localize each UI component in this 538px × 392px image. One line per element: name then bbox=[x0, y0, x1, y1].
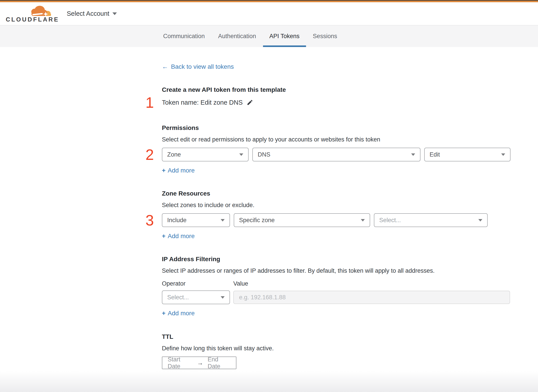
back-link-label: Back to view all tokens bbox=[171, 63, 234, 70]
permissions-description: Select edit or read permissions to apply… bbox=[162, 136, 511, 143]
cloudflare-cloud-icon bbox=[25, 5, 54, 18]
account-selector-label: Select Account bbox=[67, 10, 109, 17]
chevron-down-icon bbox=[221, 219, 225, 221]
ip-filtering-title: IP Address Filtering bbox=[162, 255, 511, 263]
ip-operator-placeholder: Select... bbox=[167, 294, 189, 301]
ip-filtering-add-more-link[interactable]: + Add more bbox=[162, 309, 195, 317]
chevron-down-icon bbox=[239, 154, 243, 156]
zone-type-select[interactable]: Specific zone bbox=[234, 213, 370, 227]
permission-access-value: Edit bbox=[430, 151, 440, 158]
permission-scope-value: Zone bbox=[167, 151, 181, 158]
tab-authentication[interactable]: Authentication bbox=[211, 25, 262, 47]
ip-value-input[interactable] bbox=[233, 291, 510, 304]
tab-sessions[interactable]: Sessions bbox=[306, 25, 344, 47]
chevron-down-icon bbox=[221, 296, 225, 299]
zone-resources-add-more-link[interactable]: + Add more bbox=[162, 232, 195, 240]
plus-icon: + bbox=[162, 309, 165, 317]
ip-filtering-description: Select IP addresses or ranges of IP addr… bbox=[162, 267, 511, 275]
add-more-label: Add more bbox=[168, 167, 195, 174]
zone-resources-row: 3 Include Specific zone Select... bbox=[162, 213, 511, 227]
page: CLOUDFLARE Select Account Communication … bbox=[0, 0, 538, 392]
back-arrow-icon: ← bbox=[162, 63, 168, 70]
permission-service-select[interactable]: DNS bbox=[252, 148, 421, 161]
operator-label: Operator bbox=[162, 280, 233, 287]
zone-resources-title: Zone Resources bbox=[162, 190, 511, 197]
tab-api-tokens[interactable]: API Tokens bbox=[263, 25, 306, 47]
chevron-down-icon bbox=[361, 219, 365, 221]
top-accent-bar bbox=[0, 0, 538, 2]
zone-mode-select[interactable]: Include bbox=[162, 213, 230, 227]
section-permissions: Permissions Select edit or read permissi… bbox=[162, 124, 511, 174]
plus-icon: + bbox=[162, 167, 165, 174]
tab-group: Communication Authentication API Tokens … bbox=[157, 25, 343, 47]
back-to-tokens-link[interactable]: ← Back to view all tokens bbox=[162, 63, 234, 70]
app-header: CLOUDFLARE Select Account bbox=[0, 2, 538, 25]
permission-service-value: DNS bbox=[258, 151, 270, 158]
zone-select-placeholder: Select... bbox=[379, 217, 401, 224]
step-number-1: 1 bbox=[145, 95, 154, 110]
end-date-placeholder: End Date bbox=[208, 356, 231, 370]
start-date-placeholder: Start Date bbox=[168, 356, 192, 370]
permissions-add-more-link[interactable]: + Add more bbox=[162, 167, 195, 174]
ip-filtering-row: Select... bbox=[162, 290, 511, 304]
section-zone-resources: Zone Resources Select zones to include o… bbox=[162, 190, 511, 240]
token-name-row: 1 Token name: Edit zone DNS bbox=[162, 98, 511, 107]
section-ttl: TTL Define how long this token will stay… bbox=[162, 333, 511, 369]
add-more-label: Add more bbox=[168, 232, 195, 240]
ttl-title: TTL bbox=[162, 333, 511, 341]
cloudflare-logo[interactable]: CLOUDFLARE bbox=[6, 4, 53, 23]
chevron-down-icon bbox=[112, 12, 117, 15]
edit-pencil-icon[interactable] bbox=[247, 99, 253, 106]
template-title: Create a new API token from this templat… bbox=[162, 86, 511, 93]
token-form: ← Back to view all tokens Create a new A… bbox=[162, 47, 511, 392]
plus-icon: + bbox=[162, 232, 165, 240]
ip-operator-select[interactable]: Select... bbox=[162, 290, 230, 304]
ip-filtering-labels: Operator Value bbox=[162, 280, 511, 287]
ttl-date-range-picker[interactable]: Start Date → End Date bbox=[162, 356, 236, 369]
section-ip-filtering: IP Address Filtering Select IP addresses… bbox=[162, 255, 511, 317]
account-selector[interactable]: Select Account bbox=[67, 10, 117, 17]
chevron-down-icon bbox=[478, 219, 482, 221]
zone-resources-description: Select zones to include or exclude. bbox=[162, 201, 511, 209]
permissions-title: Permissions bbox=[162, 124, 511, 132]
zone-select[interactable]: Select... bbox=[374, 213, 488, 227]
range-arrow-icon: → bbox=[197, 359, 203, 367]
tab-communication[interactable]: Communication bbox=[157, 25, 211, 47]
ttl-description: Define how long this token will stay act… bbox=[162, 345, 511, 352]
value-label: Value bbox=[233, 280, 248, 287]
chevron-down-icon bbox=[411, 154, 415, 156]
zone-type-value: Specific zone bbox=[239, 217, 275, 224]
step-number-3: 3 bbox=[145, 213, 154, 228]
token-name-text: Token name: Edit zone DNS bbox=[162, 98, 243, 107]
cloudflare-logo-text: CLOUDFLARE bbox=[6, 16, 59, 23]
section-template: Create a new API token from this templat… bbox=[162, 86, 511, 107]
add-more-label: Add more bbox=[168, 309, 195, 317]
tab-bar: Communication Authentication API Tokens … bbox=[0, 25, 538, 47]
permission-access-select[interactable]: Edit bbox=[424, 148, 510, 161]
permissions-row: 2 Zone DNS Edit bbox=[162, 148, 511, 161]
chevron-down-icon bbox=[501, 154, 505, 156]
zone-mode-value: Include bbox=[167, 217, 187, 224]
step-number-2: 2 bbox=[145, 147, 154, 162]
permission-scope-select[interactable]: Zone bbox=[162, 148, 249, 161]
